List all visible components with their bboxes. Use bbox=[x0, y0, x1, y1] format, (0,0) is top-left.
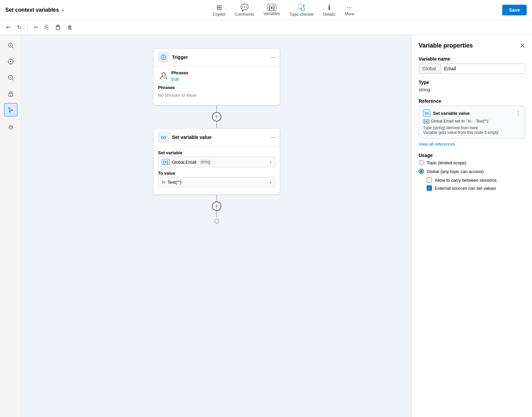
svg-point-7 bbox=[10, 61, 11, 62]
reference-box: {x} Set variable value ⋮ {x} Global.Emai… bbox=[419, 106, 525, 139]
nav-variables[interactable]: {x} Variables bbox=[263, 4, 280, 16]
cursor-button[interactable] bbox=[4, 103, 17, 116]
ref-detail-row: {x} Global.Email set to fx Text("") bbox=[423, 119, 521, 123]
right-panel-header: Variable properties ✕ bbox=[419, 41, 525, 50]
nav-copilot[interactable]: ⊞ Copilot bbox=[213, 3, 225, 17]
topbar: Set context variables ∨ ⊞ Copilot 💬 Comm… bbox=[0, 0, 532, 20]
variable-name-section: Variable name Global. bbox=[419, 56, 525, 74]
canvas-content: Trigger ··· bbox=[150, 48, 284, 404]
checkmark-icon: ✓ bbox=[428, 186, 431, 190]
main-layout: Trigger ··· bbox=[0, 35, 532, 417]
trigger-menu-button[interactable]: ··· bbox=[270, 54, 275, 61]
nav-comments-label: Comments bbox=[235, 12, 254, 17]
trigger-phrases-section: Phrases Edit bbox=[158, 70, 275, 82]
add-node-button-2[interactable]: + bbox=[212, 201, 221, 211]
comments-icon: 💬 bbox=[240, 3, 249, 11]
lock-icon bbox=[7, 90, 14, 97]
redo-button[interactable]: ↻ bbox=[15, 23, 23, 32]
reference-label: Reference bbox=[419, 98, 525, 104]
cut-button[interactable]: ✂ bbox=[32, 23, 40, 32]
ref-icon: {x} bbox=[423, 109, 430, 117]
nav-more[interactable]: ··· More bbox=[345, 3, 354, 16]
page-title: Set context variables bbox=[5, 7, 59, 13]
usage-label: Usage bbox=[419, 153, 525, 158]
usage-topic-option[interactable]: Topic (limited scope) bbox=[419, 160, 525, 165]
canvas[interactable]: Trigger ··· bbox=[21, 35, 412, 417]
variable-menu-button[interactable]: ··· bbox=[270, 134, 275, 141]
zoom-in-button[interactable] bbox=[4, 39, 17, 52]
type-label: Type bbox=[419, 80, 525, 85]
copy-button[interactable]: ⎘ bbox=[43, 22, 50, 32]
paste-button[interactable] bbox=[53, 23, 63, 31]
ref-note-line2: Variable gets value from this node if em… bbox=[423, 130, 521, 135]
trigger-phrases-list: Phrases No phrases to show bbox=[158, 85, 275, 98]
ref-note: Type (string) derived from here Variable… bbox=[423, 126, 521, 135]
svg-line-5 bbox=[12, 47, 13, 48]
save-button[interactable]: Save bbox=[502, 5, 527, 15]
usage-section: Usage Topic (limited scope) Global (any … bbox=[419, 153, 525, 191]
toolbar-divider bbox=[27, 23, 28, 31]
checkbox-carry-sessions-box[interactable] bbox=[427, 177, 432, 183]
hand-button[interactable] bbox=[4, 120, 17, 134]
variable-node-header: {x} Set variable value ··· bbox=[153, 129, 280, 146]
to-value-row[interactable]: fx Text("") › bbox=[158, 177, 275, 187]
variable-row-arrow-icon: › bbox=[270, 159, 272, 165]
variable-name-field[interactable] bbox=[441, 64, 525, 73]
trigger-edit-link[interactable]: Edit bbox=[172, 77, 189, 82]
topbar-left: Set context variables ∨ bbox=[5, 7, 65, 13]
to-value-section: To value fx Text("") › bbox=[158, 171, 275, 187]
trigger-node: Trigger ··· bbox=[153, 48, 280, 105]
set-variable-label: Set variable bbox=[158, 150, 275, 155]
fx-icon: fx bbox=[162, 180, 166, 185]
delete-button[interactable]: 🗑 bbox=[65, 23, 75, 32]
nav-details[interactable]: ℹ Details bbox=[323, 3, 336, 17]
trigger-phrases-header: Phrases Edit bbox=[172, 70, 189, 82]
ref-title: Set variable value bbox=[433, 111, 470, 116]
ref-icon-text: {x} bbox=[425, 111, 429, 115]
checkbox-carry-sessions: Allow to carry between sessions bbox=[427, 177, 525, 183]
variable-row[interactable]: {x} Global.Email string › bbox=[158, 157, 275, 167]
person-icon bbox=[158, 71, 169, 81]
trigger-node-body: Phrases Edit Phrases No phrases to show bbox=[153, 66, 280, 105]
reference-section: Reference {x} Set variable value ⋮ {x} G… bbox=[419, 98, 525, 147]
more-icon: ··· bbox=[347, 3, 352, 11]
add-node-button-1[interactable]: + bbox=[212, 112, 221, 121]
nav-topic-checker[interactable]: 🩺 Topic checker bbox=[289, 3, 314, 17]
radio-topic[interactable] bbox=[419, 160, 424, 165]
svg-rect-1 bbox=[57, 25, 59, 26]
ref-detail-name: Global.Email bbox=[431, 119, 453, 123]
type-section: Type string bbox=[419, 80, 525, 92]
svg-point-16 bbox=[10, 95, 11, 96]
ref-menu-button[interactable]: ⋮ bbox=[516, 110, 521, 116]
zoom-out-button[interactable] bbox=[4, 71, 17, 84]
cursor-icon bbox=[7, 106, 14, 113]
right-panel: Variable properties ✕ Variable name Glob… bbox=[412, 35, 532, 417]
topbar-right: Save bbox=[502, 5, 527, 15]
variable-prefix: Global. bbox=[419, 64, 441, 73]
trigger-bolt-icon bbox=[161, 54, 167, 60]
center-button[interactable] bbox=[4, 55, 17, 68]
radio-global[interactable] bbox=[419, 169, 424, 174]
view-all-references-link[interactable]: View all references bbox=[419, 142, 455, 147]
variable-row-name: Global.Email bbox=[172, 160, 197, 165]
checkbox-external-sources-box[interactable]: ✓ bbox=[427, 185, 432, 191]
connector-1: + bbox=[212, 105, 221, 128]
paste-icon bbox=[55, 25, 61, 30]
variables-icon: {x} bbox=[267, 4, 276, 11]
lock-button[interactable] bbox=[4, 87, 17, 100]
hand-icon bbox=[7, 124, 14, 131]
undo-button[interactable]: ↩ bbox=[4, 23, 12, 32]
variable-icon: {x} bbox=[158, 132, 169, 143]
set-variable-section: Set variable {x} Global.Email string › bbox=[158, 150, 275, 167]
checkbox-carry-sessions-label: Allow to carry between sessions bbox=[435, 178, 497, 183]
zoom-out-icon bbox=[7, 74, 14, 81]
nav-comments[interactable]: 💬 Comments bbox=[235, 3, 254, 17]
topic-checker-icon: 🩺 bbox=[297, 3, 306, 11]
close-panel-button[interactable]: ✕ bbox=[520, 41, 525, 50]
title-chevron-icon[interactable]: ∨ bbox=[62, 8, 65, 12]
nav-more-label: More bbox=[345, 12, 354, 16]
toolbar: ↩ ↻ ✂ ⎘ 🗑 bbox=[0, 20, 532, 35]
connector-line-1b bbox=[216, 121, 217, 128]
usage-global-option[interactable]: Global (any topic can access) bbox=[419, 169, 525, 174]
connector-line-2b bbox=[216, 211, 217, 218]
